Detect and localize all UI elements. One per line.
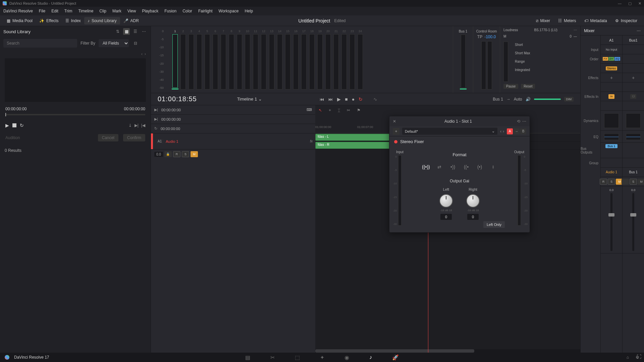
left-gain-knob[interactable] xyxy=(439,194,453,207)
track-id[interactable]: A1 xyxy=(156,139,164,144)
add-tool-icon[interactable]: + xyxy=(329,108,331,113)
timeline-scrollbar[interactable] xyxy=(315,349,580,353)
edit-page-icon[interactable]: ⬚ xyxy=(295,354,300,361)
inspector-button[interactable]: ⚙Inspector xyxy=(612,17,641,24)
speaker-icon[interactable]: 🔊 xyxy=(526,97,531,102)
preview-loop-icon[interactable]: ↻ xyxy=(20,123,24,128)
close-icon[interactable]: ✕ xyxy=(638,1,641,6)
list-view-icon[interactable]: ☰ xyxy=(132,28,139,35)
dim-button[interactable]: DIM xyxy=(564,97,574,102)
keyboard-icon[interactable]: ⌨ xyxy=(307,108,312,112)
range-tool-icon[interactable]: ⌶ xyxy=(338,108,340,113)
add-effect-icon[interactable]: + xyxy=(632,75,635,80)
menu-view[interactable]: View xyxy=(127,9,136,13)
menu-fusion[interactable]: Fusion xyxy=(164,9,176,13)
bus-output[interactable]: Bus 1 xyxy=(605,144,617,148)
cancel-button[interactable]: Cancel xyxy=(98,134,118,141)
mixer-button[interactable]: ⎚Mixer xyxy=(533,17,553,24)
preview-prev-icon[interactable]: |◀ xyxy=(141,123,145,128)
format-ms-icon[interactable]: ⫲ xyxy=(489,163,497,171)
loudness-more-icon[interactable]: ⋯ xyxy=(574,28,577,32)
loop-icon[interactable]: ↻ xyxy=(359,97,363,102)
filter-select[interactable]: All Fields xyxy=(99,39,129,47)
right-gain-value[interactable]: 0 xyxy=(467,214,479,220)
index-button[interactable]: ☰Index xyxy=(62,17,84,24)
eq-graph[interactable] xyxy=(604,133,619,140)
play-icon[interactable]: ▶ xyxy=(337,97,341,102)
effects-in-button[interactable]: In xyxy=(608,94,614,99)
confirm-button[interactable]: Confirm xyxy=(123,134,145,141)
monitor-volume-slider[interactable] xyxy=(534,99,561,100)
plugin-reset-icon[interactable]: ⟲ xyxy=(517,119,520,124)
menu-playback[interactable]: Playback xyxy=(142,9,158,13)
preset-selector[interactable]: Default*⌄ xyxy=(402,128,497,135)
menu-trim[interactable]: Trim xyxy=(64,9,72,13)
mute-button[interactable]: M xyxy=(191,151,198,157)
fastfwd-icon[interactable]: ⏭ xyxy=(328,97,333,102)
fusion-page-icon[interactable]: ✦ xyxy=(320,354,324,361)
menu-workspace[interactable]: Workspace xyxy=(219,9,239,13)
preset-next-icon[interactable]: › xyxy=(503,129,504,134)
plugin-more-icon[interactable]: ⋯ xyxy=(522,119,526,124)
meters-button[interactable]: ☷Meters xyxy=(555,17,580,24)
reset-button[interactable]: Reset xyxy=(521,84,535,89)
effects-button[interactable]: ✨Effects xyxy=(36,17,62,24)
cut-page-icon[interactable]: ✂ xyxy=(270,354,275,361)
format-mono-icon[interactable]: (•) xyxy=(475,163,484,171)
pointer-tool-icon[interactable]: ↖ xyxy=(319,108,322,113)
format-left-icon[interactable]: ((• xyxy=(462,163,471,171)
media-page-icon[interactable]: ▤ xyxy=(245,354,250,361)
menu-help[interactable]: Help xyxy=(245,9,253,13)
preset-prev-icon[interactable]: ‹ xyxy=(500,129,501,134)
fader-a1[interactable] xyxy=(610,193,612,251)
pause-button[interactable]: Pause xyxy=(503,84,518,89)
tc-go-icon[interactable]: ▶| xyxy=(154,117,158,121)
maximize-icon[interactable]: ▢ xyxy=(628,1,632,6)
plugin-close-icon[interactable]: ✕ xyxy=(393,119,396,124)
fader-bus1[interactable] xyxy=(632,193,634,251)
preview-skip-icon[interactable]: ⤓ xyxy=(128,123,132,128)
menu-clip[interactable]: Clip xyxy=(99,9,106,13)
record-icon[interactable]: ● xyxy=(352,97,355,102)
record-arm-button[interactable]: R xyxy=(173,151,180,157)
expand-icon[interactable]: ⛶ xyxy=(637,354,641,359)
bypass-indicator-icon[interactable] xyxy=(394,140,397,143)
format-stereo-icon[interactable]: ((•)) xyxy=(422,163,430,171)
menu-timeline[interactable]: Timeline xyxy=(78,9,93,13)
compare-arrow-icon[interactable]: → xyxy=(514,128,520,134)
format-swap-icon[interactable]: ⇄ xyxy=(435,163,444,171)
strip-input[interactable]: No Input xyxy=(604,47,619,52)
sound-library-button[interactable]: ♪Sound Library xyxy=(84,17,120,24)
lock-icon[interactable]: 🔒 xyxy=(164,151,172,157)
next-icon[interactable]: › xyxy=(145,52,146,56)
more-icon[interactable]: ⋯ xyxy=(141,28,147,35)
stop-icon[interactable]: ■ xyxy=(345,97,347,102)
menu-edit[interactable]: Edit xyxy=(51,9,58,13)
media-pool-button[interactable]: ▦Media Pool xyxy=(3,17,36,24)
adr-button[interactable]: 🎤ADR xyxy=(120,17,142,24)
filter-options-icon[interactable]: ⊟ xyxy=(132,40,139,47)
format-right-icon[interactable]: •)) xyxy=(448,163,457,171)
prev-icon[interactable]: ‹ xyxy=(141,52,143,56)
tc-go-icon[interactable]: ▶| xyxy=(154,108,158,112)
preview-next-icon[interactable]: ▶| xyxy=(135,123,139,128)
sort-icon[interactable]: ⇅ xyxy=(114,28,121,35)
marker-tool-icon[interactable]: ⚑ xyxy=(357,108,361,113)
eq-graph[interactable] xyxy=(626,133,641,140)
home-icon[interactable]: ⌂ xyxy=(627,355,629,360)
fairlight-page-icon[interactable]: ♪ xyxy=(369,354,372,361)
timeline-selector[interactable]: Timeline 1⌄ xyxy=(237,97,262,102)
preset-add-icon[interactable]: + xyxy=(393,128,399,135)
deliver-page-icon[interactable]: 🚀 xyxy=(392,354,399,361)
track-volume[interactable]: 0.0 xyxy=(154,152,163,157)
menu-file[interactable]: File xyxy=(39,9,45,13)
menu-fairlight[interactable]: Fairlight xyxy=(198,9,213,13)
preview-scrubber[interactable] xyxy=(5,114,145,115)
mixer-more-icon[interactable]: ⋯ xyxy=(637,28,641,33)
color-page-icon[interactable]: ◉ xyxy=(344,354,349,361)
menu-mark[interactable]: Mark xyxy=(112,9,121,13)
right-gain-knob[interactable] xyxy=(466,194,480,207)
solo-button[interactable]: S xyxy=(182,151,189,157)
menu-color[interactable]: Color xyxy=(182,9,192,13)
minimize-icon[interactable]: — xyxy=(618,1,622,6)
